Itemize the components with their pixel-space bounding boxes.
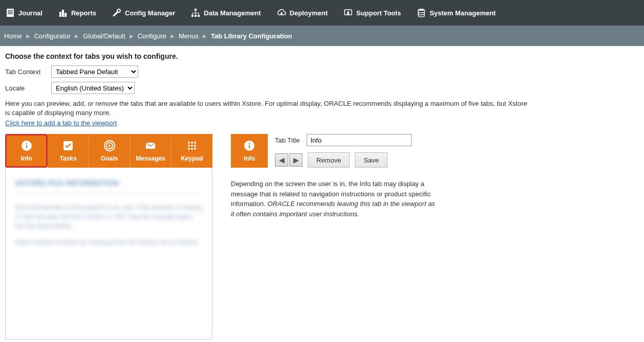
- locale-row: Locale English (United States): [5, 82, 639, 94]
- svg-point-27: [188, 142, 190, 144]
- svg-rect-8: [191, 15, 194, 17]
- tab-messages[interactable]: Messages: [130, 134, 171, 168]
- editor-column: Info Tab Title ◀ ▶: [231, 134, 456, 219]
- chevron-right-icon: ▶: [170, 33, 175, 39]
- svg-point-25: [109, 145, 111, 147]
- nav-deployment[interactable]: Deployment: [276, 8, 328, 18]
- svg-rect-10: [198, 15, 200, 17]
- selected-tab-label: Info: [244, 155, 255, 162]
- svg-point-38: [249, 143, 250, 144]
- tab-title-input[interactable]: [307, 134, 412, 146]
- svg-rect-2: [8, 12, 13, 13]
- support-icon: [343, 8, 353, 18]
- svg-point-30: [188, 145, 190, 147]
- svg-rect-1: [8, 10, 13, 11]
- tab-goals[interactable]: Goals: [89, 134, 130, 168]
- nav-label: Reports: [71, 9, 96, 17]
- move-right-button[interactable]: ▶: [289, 153, 303, 167]
- info-icon: [20, 140, 33, 152]
- svg-point-28: [191, 142, 193, 144]
- svg-rect-6: [65, 13, 67, 17]
- main-content: Choose the context for tabs you wish to …: [0, 46, 644, 342]
- svg-point-17: [347, 11, 349, 13]
- nav-label: Deployment: [290, 9, 328, 17]
- tab-label: Keypad: [181, 155, 203, 162]
- tab-context-select[interactable]: Tabbed Pane Default: [51, 65, 138, 78]
- nav-config-manager[interactable]: Config Manager: [112, 8, 175, 18]
- svg-rect-5: [62, 10, 64, 17]
- wrench-icon: [112, 8, 122, 18]
- reports-icon: [58, 8, 68, 18]
- cloud-download-icon: [276, 8, 287, 18]
- svg-rect-4: [59, 12, 61, 17]
- tab-label: Tasks: [60, 155, 77, 162]
- page-instruction: Choose the context for tabs you wish to …: [5, 52, 639, 60]
- locale-select[interactable]: English (United States): [51, 82, 135, 94]
- tab-info[interactable]: Info: [5, 134, 48, 168]
- checkbox-icon: [62, 140, 74, 152]
- breadcrumb-link[interactable]: Configurator: [34, 32, 71, 40]
- nav-label: Journal: [18, 9, 42, 17]
- svg-point-34: [191, 148, 193, 150]
- svg-point-21: [26, 143, 27, 144]
- selected-tab-indicator: Info: [231, 134, 268, 168]
- tab-label: Goals: [101, 155, 118, 162]
- breadcrumb-link[interactable]: Global/Default: [83, 32, 125, 40]
- breadcrumb-link[interactable]: Home: [4, 32, 22, 40]
- breadcrumb-current: Tab Library Configuration: [211, 32, 292, 40]
- svg-point-33: [188, 148, 190, 150]
- tab-label: Messages: [136, 155, 165, 162]
- svg-rect-37: [249, 145, 250, 148]
- preview-divider: [15, 193, 203, 194]
- journal-icon: [5, 8, 15, 18]
- svg-rect-11: [196, 11, 196, 13]
- hierarchy-icon: [190, 8, 201, 18]
- tab-keypad[interactable]: Keypad: [171, 134, 212, 168]
- svg-point-31: [191, 145, 193, 147]
- top-nav: Journal Reports Config Manager Data Mana…: [0, 0, 644, 26]
- breadcrumb-link[interactable]: Menus: [179, 32, 199, 40]
- tab-tasks[interactable]: Tasks: [48, 134, 89, 168]
- nav-data-management[interactable]: Data Management: [190, 8, 261, 18]
- nav-system-management[interactable]: System Management: [416, 8, 496, 18]
- svg-rect-7: [195, 9, 197, 11]
- nav-label: System Management: [430, 9, 496, 17]
- nav-label: Config Manager: [125, 9, 175, 17]
- svg-point-29: [194, 142, 196, 144]
- svg-point-35: [194, 148, 196, 150]
- breadcrumb: Home ▶ Configurator ▶ Global/Default ▶ C…: [0, 26, 644, 46]
- add-tab-link[interactable]: Click here to add a tab to the viewport: [5, 119, 117, 127]
- svg-point-32: [194, 145, 196, 147]
- tab-label: Info: [21, 155, 32, 162]
- preview-body: Scan the barcode on the product to be so…: [15, 203, 203, 247]
- svg-rect-3: [8, 13, 13, 14]
- tab-description: Depending on the screen the user is in, …: [231, 179, 436, 219]
- database-icon: [416, 8, 426, 18]
- svg-rect-0: [7, 9, 14, 17]
- nav-journal[interactable]: Journal: [5, 8, 42, 18]
- save-button[interactable]: Save: [355, 152, 388, 168]
- locale-label: Locale: [5, 84, 46, 92]
- svg-rect-20: [26, 145, 27, 148]
- nav-support-tools[interactable]: Support Tools: [343, 8, 401, 18]
- chevron-right-icon: ▶: [203, 33, 207, 39]
- chevron-right-icon: ▶: [26, 33, 30, 39]
- nav-label: Support Tools: [356, 9, 401, 17]
- tab-context-row: Tab Context Tabbed Pane Default: [5, 65, 639, 78]
- envelope-icon: [144, 140, 157, 152]
- move-left-button[interactable]: ◀: [275, 153, 288, 167]
- svg-rect-14: [196, 13, 196, 15]
- svg-rect-9: [195, 15, 197, 17]
- help-text: Here you can preview, add, or remove the…: [5, 99, 532, 118]
- preview-column: Info Tasks Goals Messages Keypad: [5, 134, 212, 339]
- nav-label: Data Management: [204, 9, 261, 17]
- tabs-strip: Info Tasks Goals Messages Keypad: [5, 134, 212, 168]
- remove-button[interactable]: Remove: [308, 152, 350, 168]
- svg-rect-13: [192, 13, 193, 15]
- chevron-left-icon: ◀: [279, 156, 285, 164]
- preview-pane: XSTORE POS INFORMATION Scan the barcode …: [5, 168, 212, 339]
- nav-reports[interactable]: Reports: [58, 8, 96, 18]
- preview-title: XSTORE POS INFORMATION: [15, 179, 203, 187]
- breadcrumb-link[interactable]: Configure: [138, 32, 166, 40]
- target-icon: [103, 140, 116, 152]
